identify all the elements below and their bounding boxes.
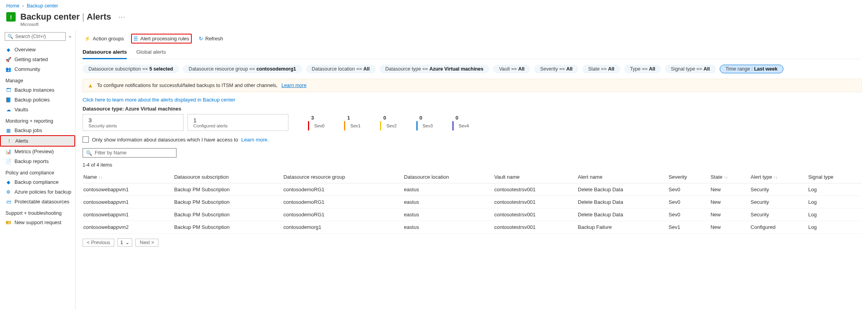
filter-pill[interactable]: State == All — [582, 65, 620, 73]
sidebar-item-metrics-preview-[interactable]: 📊Metrics (Preview) — [0, 147, 75, 156]
filter-pill[interactable]: Datasource subscription == 5 selected — [83, 65, 179, 73]
sidebar-item-alerts[interactable]: !Alerts — [0, 135, 75, 147]
sidebar-item-overview[interactable]: ◆Overview — [0, 45, 75, 54]
sidebar-item-getting-started[interactable]: 🚀Getting started — [0, 54, 75, 64]
nav-label: New support request — [14, 219, 61, 225]
table-cell: Log — [807, 221, 862, 234]
nav-icon: ! — [6, 138, 12, 144]
sort-icon: ↑↓ — [724, 175, 728, 179]
table-cell: New — [710, 208, 750, 221]
severity-sev2[interactable]: 0Sev2 — [380, 115, 396, 131]
sidebar-item-backup-reports[interactable]: 📄Backup reports — [0, 156, 75, 166]
column-header[interactable]: Vault name — [493, 171, 577, 183]
nav-icon: 👥 — [5, 66, 11, 72]
table-row[interactable]: contosowebappvm2Backup PM Subscriptionco… — [83, 221, 862, 234]
table-cell: contosotestrsv001 — [493, 196, 577, 208]
nav-icon: 🗃 — [5, 199, 11, 205]
section-manage: Manage — [0, 74, 75, 85]
table-cell: contosodemorg1 — [283, 221, 403, 234]
table-row[interactable]: contosowebappvm1Backup PM Subscriptionco… — [83, 183, 862, 196]
column-header[interactable]: Name↑↓ — [83, 171, 173, 183]
column-header[interactable]: Signal type — [807, 171, 862, 183]
table-cell: New — [710, 183, 750, 196]
tab-datasource-alerts[interactable]: Datasource alerts — [83, 47, 127, 59]
sidebar: 🔍 Search (Ctrl+/) « ◆Overview🚀Getting st… — [0, 31, 76, 310]
action-groups-button[interactable]: ⚡ Action groups — [83, 34, 126, 43]
nav-icon: 📘 — [5, 97, 11, 103]
alerts-table: Name↑↓Datasource subscriptionDatasource … — [83, 171, 862, 234]
filter-pill[interactable]: Severity == All — [534, 65, 578, 73]
column-header[interactable]: State↑↓ — [710, 171, 750, 183]
next-button[interactable]: Next > — [135, 239, 158, 247]
column-header[interactable]: Alert name — [577, 171, 668, 183]
sort-icon: ↑↓ — [774, 175, 778, 179]
page-select[interactable]: 1 ⌄ — [117, 238, 132, 247]
tabs: Datasource alerts Global alerts — [83, 47, 862, 59]
breadcrumb-home[interactable]: Home — [6, 3, 19, 9]
pager: < Previous 1 ⌄ Next > — [83, 238, 862, 247]
table-row[interactable]: contosowebappvm1Backup PM Subscriptionco… — [83, 208, 862, 221]
table-cell: contosowebappvm1 — [83, 183, 173, 196]
sidebar-item-backup-compliance[interactable]: ◆Backup compliance — [0, 177, 75, 187]
table-cell: eastus — [403, 183, 493, 196]
refresh-button[interactable]: ↻ Refresh — [197, 34, 225, 43]
alerts-learn-more-link[interactable]: Click here to learn more about the alert… — [83, 97, 862, 103]
breadcrumb-parent[interactable]: Backup center — [27, 3, 58, 9]
table-cell: contosotestrsv001 — [493, 208, 577, 221]
warning-icon: ▲ — [88, 82, 93, 89]
sidebar-search-input[interactable]: 🔍 Search (Ctrl+/) — [5, 32, 66, 41]
table-cell: New — [710, 221, 750, 234]
column-header[interactable]: Severity — [668, 171, 710, 183]
sidebar-item-backup-jobs[interactable]: ▦Backup jobs — [0, 125, 75, 135]
table-row[interactable]: contosowebappvm1Backup PM Subscriptionco… — [83, 196, 862, 208]
access-checkbox[interactable] — [83, 136, 89, 143]
sidebar-item-vaults[interactable]: ☁Vaults — [0, 105, 75, 114]
tab-global-alerts[interactable]: Global alerts — [136, 47, 166, 59]
nav-label: Backup compliance — [14, 179, 59, 185]
nav-icon: ◆ — [5, 179, 11, 185]
access-learn-more-link[interactable]: Learn more. — [241, 137, 269, 143]
filter-pill[interactable]: Signal type == All — [665, 65, 715, 73]
alert-processing-rules-button[interactable]: ☰ Alert processing rules — [131, 34, 192, 44]
column-header[interactable]: Datasource resource group — [283, 171, 403, 183]
filter-pill[interactable]: Vault == All — [493, 65, 530, 73]
sidebar-item-protectable-datasources[interactable]: 🗃Protectable datasources — [0, 197, 75, 207]
table-cell: Backup PM Subscription — [173, 208, 283, 221]
stat-card[interactable]: 3Security alerts — [83, 114, 184, 131]
filter-pill[interactable]: Datasource location == All — [306, 65, 376, 73]
table-cell: contosowebappvm1 — [83, 196, 173, 208]
nav-icon: 🚀 — [5, 56, 11, 62]
sidebar-item-new-support-request[interactable]: 🎫New support request — [0, 218, 75, 227]
column-header[interactable]: Datasource subscription — [173, 171, 283, 183]
lightning-icon: ⚡ — [84, 36, 90, 42]
previous-button[interactable]: < Previous — [83, 239, 114, 247]
filter-pill[interactable]: Type == All — [624, 65, 661, 73]
severity-sev3[interactable]: 0Sev3 — [416, 115, 433, 131]
sidebar-item-backup-policies[interactable]: 📘Backup policies — [0, 95, 75, 105]
item-count-label: 1-4 of 4 items — [83, 162, 862, 168]
sidebar-item-community[interactable]: 👥Community — [0, 64, 75, 74]
banner-learn-more-link[interactable]: Learn more — [281, 83, 306, 88]
filter-pill[interactable]: Time range : Last week — [720, 65, 783, 73]
stat-card[interactable]: 1Configured alerts — [187, 114, 288, 131]
filter-pill[interactable]: Datasource resource group == contosodemo… — [183, 65, 302, 73]
nav-label: Azure policies for backup — [14, 189, 71, 195]
filter-by-name-input[interactable]: 🔍 Filter by Name — [83, 148, 176, 158]
table-cell: contosowebappvm2 — [83, 221, 173, 234]
column-header[interactable]: Alert type↑↓ — [750, 171, 807, 183]
nav-label: Protectable datasources — [14, 199, 69, 205]
severity-sev4[interactable]: 0Sev4 — [452, 115, 469, 131]
more-actions-icon[interactable]: ⋯ — [116, 13, 128, 21]
severity-sev0[interactable]: 3Sev0 — [308, 115, 324, 131]
sidebar-item-azure-policies-for-backup[interactable]: ⚙Azure policies for backup — [0, 187, 75, 197]
stat-label: Configured alerts — [193, 123, 283, 128]
collapse-sidebar-icon[interactable]: « — [69, 34, 71, 39]
table-cell: contosotestrsv001 — [493, 221, 577, 234]
table-cell: contosodemoRG1 — [283, 196, 403, 208]
severity-sev1[interactable]: 1Sev1 — [344, 115, 360, 131]
section-policy: Policy and compliance — [0, 166, 75, 177]
filter-pill[interactable]: Datasource type == Azure Virtual machine… — [380, 65, 490, 73]
sidebar-item-backup-instances[interactable]: 🗔Backup instances — [0, 85, 75, 95]
section-support: Support + troubleshooting — [0, 207, 75, 218]
column-header[interactable]: Datasource location — [403, 171, 493, 183]
